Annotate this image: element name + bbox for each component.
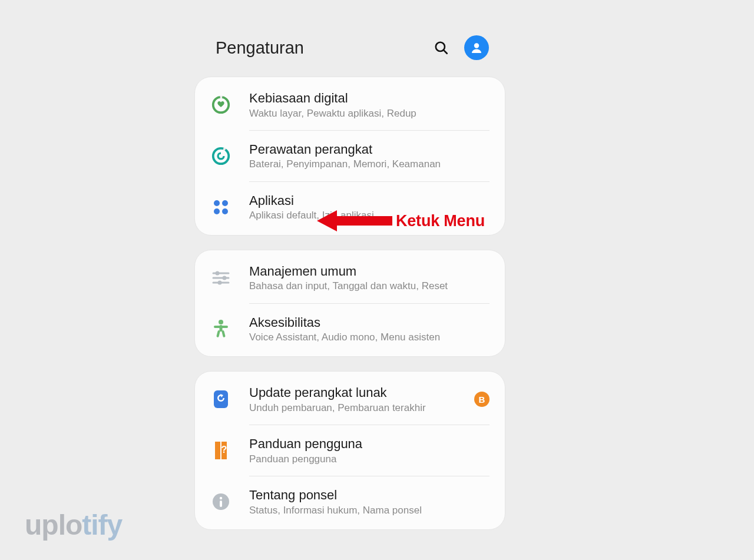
settings-item-tentang-ponsel[interactable]: Tentang ponsel Status, Informasi hukum, … [195,476,505,527]
settings-item-panduan[interactable]: ? Panduan pengguna Panduan pengguna [195,425,505,476]
digital-wellbeing-icon [210,94,232,115]
search-icon[interactable] [432,39,450,57]
svg-point-27 [220,497,222,499]
settings-item-subtitle: Status, Informasi hukum, Nama ponsel [249,505,490,516]
settings-item-aplikasi[interactable]: Aplikasi Aplikasi default, Izin aplikasi [195,182,505,233]
settings-item-text: Perawatan perangkat Baterai, Penyimpanan… [249,141,490,171]
svg-point-17 [219,320,223,324]
settings-item-text: Tentang ponsel Status, Informasi hukum, … [249,487,490,516]
settings-item-subtitle: Bahasa dan input, Tanggal dan waktu, Res… [249,280,490,292]
watermark-part2: tify [82,509,122,541]
svg-point-9 [214,208,220,214]
settings-item-title: Aksesibilitas [249,314,490,331]
settings-item-manajemen-umum[interactable]: Manajemen umum Bahasa dan input, Tanggal… [195,253,505,303]
settings-item-update[interactable]: Update perangkat lunak Unduh pembaruan, … [195,374,505,425]
settings-screen: Pengaturan Kebiasaan [194,0,505,544]
settings-item-subtitle: Waktu layar, Pewaktu aplikasi, Redup [249,108,490,120]
settings-item-title: Aplikasi [249,193,490,209]
svg-rect-28 [220,501,222,507]
settings-item-title: Panduan pengguna [249,436,490,452]
settings-item-subtitle: Baterai, Penyimpanan, Memori, Keamanan [249,158,490,170]
update-badge: B [474,392,490,407]
svg-point-2 [474,43,479,48]
settings-item-kebiasaan-digital[interactable]: Kebiasaan digital Waktu layar, Pewaktu a… [195,79,505,130]
settings-item-subtitle: Voice Assistant, Audio mono, Menu asiste… [249,332,490,343]
settings-item-text: Update perangkat lunak Unduh pembaruan, … [249,385,469,414]
settings-item-text: Panduan pengguna Panduan pengguna [249,436,490,465]
header: Pengaturan [194,0,505,77]
settings-item-title: Update perangkat lunak [249,385,469,401]
svg-rect-20 [216,330,220,337]
settings-group: Manajemen umum Bahasa dan input, Tanggal… [194,250,505,357]
settings-item-title: Perawatan perangkat [249,141,490,158]
svg-point-8 [222,200,228,206]
device-care-icon [210,145,232,167]
svg-point-12 [216,271,220,275]
settings-item-text: Aplikasi Aplikasi default, Izin aplikasi [249,193,490,222]
svg-point-16 [218,280,222,284]
watermark-part1: uplo [25,509,82,541]
svg-rect-21 [221,330,226,337]
settings-item-text: Kebiasaan digital Waktu layar, Pewaktu a… [249,90,490,120]
settings-group: Kebiasaan digital Waktu layar, Pewaktu a… [194,77,505,236]
svg-point-14 [223,276,227,280]
settings-item-subtitle: Unduh pembaruan, Pembaruan terakhir [249,402,469,414]
svg-point-10 [222,208,228,214]
apps-icon [210,197,232,218]
update-icon [210,389,232,410]
svg-rect-23 [215,442,220,459]
settings-item-text: Manajemen umum Bahasa dan input, Tanggal… [249,263,490,293]
svg-point-7 [214,200,220,206]
settings-item-subtitle: Panduan pengguna [249,453,490,465]
svg-point-5 [213,148,229,164]
settings-item-perawatan-perangkat[interactable]: Perawatan perangkat Baterai, Penyimpanan… [195,131,505,181]
settings-item-aksesibilitas[interactable]: Aksesibilitas Voice Assistant, Audio mon… [195,304,505,354]
settings-item-title: Kebiasaan digital [249,90,490,107]
sliders-icon [210,267,232,289]
accessibility-icon [210,319,232,340]
settings-group: Update perangkat lunak Unduh pembaruan, … [194,371,505,530]
guide-icon: ? [210,440,232,461]
profile-icon[interactable] [464,35,489,60]
settings-item-subtitle: Aplikasi default, Izin aplikasi [249,210,490,221]
info-icon [210,491,232,512]
settings-item-title: Tentang ponsel [249,487,490,503]
settings-item-text: Aksesibilitas Voice Assistant, Audio mon… [249,314,490,344]
watermark: uplotify [25,509,122,541]
page-title: Pengaturan [216,38,432,58]
svg-rect-19 [214,326,228,328]
svg-rect-22 [214,390,228,408]
svg-line-1 [444,50,447,53]
svg-text:?: ? [221,445,227,455]
settings-item-title: Manajemen umum [249,263,490,280]
